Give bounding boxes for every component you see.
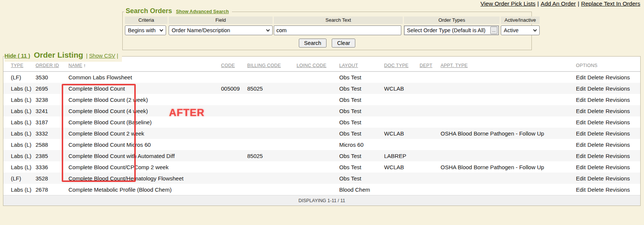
edit-link[interactable]: Edit [576, 74, 586, 80]
delete-link[interactable]: Delete [588, 142, 604, 148]
billing-code-cell [247, 173, 297, 184]
order-listing-title: Order Listing [34, 51, 83, 60]
criteria-header: Criteria [125, 16, 168, 24]
options-cell: EditDeleteRevisions [576, 72, 640, 83]
type-cell: Labs (L) [3, 139, 36, 150]
show-advanced-search-link[interactable]: Show Advanced Search [176, 9, 229, 14]
revisions-link[interactable]: Revisions [605, 97, 630, 103]
revisions-link[interactable]: Revisions [605, 108, 630, 114]
col-header-code[interactable]: CODE [221, 57, 247, 72]
criteria-select[interactable]: Begins with [125, 25, 166, 35]
field-select[interactable]: Order Name/Description [169, 25, 273, 35]
edit-link[interactable]: Edit [576, 175, 586, 182]
options-cell: EditDeleteRevisions [576, 173, 640, 184]
annotation-after-label: AFTER [169, 107, 205, 119]
search-text-input[interactable] [274, 25, 401, 35]
edit-link[interactable]: Edit [576, 164, 586, 170]
dept-cell [420, 173, 441, 184]
doc-type-cell: WCLAB [384, 128, 420, 139]
type-cell: Labs (L) [3, 161, 36, 173]
col-header-loinc-code[interactable]: LOINC CODE [297, 57, 339, 72]
hide-listing-link[interactable]: Hide ( 11 ) [4, 53, 30, 59]
table-row: (LF)3530Common Labs FlowsheetObs TestEdi… [3, 72, 640, 83]
delete-link[interactable]: Delete [588, 97, 604, 103]
order-types-header: Order Types [404, 16, 500, 24]
options-cell: EditDeleteRevisions [576, 83, 640, 94]
edit-link[interactable]: Edit [576, 142, 586, 148]
layout-cell: Obs Test [339, 72, 384, 83]
active-inactive-select[interactable]: Active [501, 25, 540, 35]
delete-link[interactable]: Delete [588, 130, 604, 137]
doc-type-cell [384, 139, 420, 150]
doc-type-cell [384, 184, 420, 195]
col-header-layout[interactable]: LAYOUT [339, 57, 384, 72]
search-text-header: Search Text [274, 16, 403, 24]
top-action-bar: View Order Pick Lists|Add An Order|Repla… [481, 0, 640, 7]
appt-type-cell: OSHA Blood Borne Pathogen - Follow Up [441, 128, 576, 139]
dept-cell [420, 83, 441, 94]
edit-link[interactable]: Edit [576, 153, 586, 159]
revisions-link[interactable]: Revisions [605, 175, 630, 182]
field-header: Field [169, 16, 273, 24]
billing-code-cell [247, 128, 297, 139]
type-cell: Labs (L) [3, 128, 36, 139]
doc-type-cell [384, 72, 420, 83]
col-header-dept[interactable]: DEPT [420, 57, 441, 72]
type-cell: Labs (L) [3, 116, 36, 128]
revisions-link[interactable]: Revisions [605, 130, 630, 137]
revisions-link[interactable]: Revisions [605, 85, 630, 92]
type-cell: Labs (L) [3, 150, 36, 161]
dept-cell [420, 161, 441, 173]
delete-link[interactable]: Delete [588, 119, 604, 125]
loinc-code-cell [297, 72, 339, 83]
edit-link[interactable]: Edit [576, 108, 586, 114]
doc-type-cell [384, 105, 420, 116]
col-header-billing-code[interactable]: BILLING CODE [247, 57, 297, 72]
col-header-doc-type[interactable]: DOC TYPE [384, 57, 420, 72]
options-cell: EditDeleteRevisions [576, 184, 640, 195]
revisions-link[interactable]: Revisions [605, 142, 630, 148]
revisions-link[interactable]: Revisions [605, 186, 630, 193]
delete-link[interactable]: Delete [588, 108, 604, 114]
billing-code-cell [247, 116, 297, 128]
edit-link[interactable]: Edit [576, 119, 586, 125]
edit-link[interactable]: Edit [576, 85, 586, 92]
delete-link[interactable]: Delete [588, 186, 604, 193]
clear-button[interactable]: Clear [332, 39, 355, 48]
add-an-order-link[interactable]: Add An Order [541, 0, 576, 7]
type-cell: (LF) [3, 173, 36, 184]
code-cell [221, 116, 247, 128]
delete-link[interactable]: Delete [588, 175, 604, 182]
loinc-code-cell [297, 128, 339, 139]
revisions-link[interactable]: Revisions [605, 164, 630, 170]
dept-cell [420, 139, 441, 150]
revisions-link[interactable]: Revisions [605, 153, 630, 159]
search-button[interactable]: Search [299, 39, 326, 48]
col-header-appt-type[interactable]: APPT. TYPE [441, 57, 576, 72]
edit-link[interactable]: Edit [576, 130, 586, 137]
layout-cell: Obs Test [339, 116, 384, 128]
type-cell: Labs (L) [3, 94, 36, 105]
revisions-link[interactable]: Revisions [605, 119, 630, 125]
billing-code-cell [247, 94, 297, 105]
replace-text-in-orders-link[interactable]: Replace Text In Orders [581, 0, 640, 7]
delete-link[interactable]: Delete [588, 85, 604, 92]
options-cell: EditDeleteRevisions [576, 161, 640, 173]
options-cell: EditDeleteRevisions [576, 150, 640, 161]
field-select-value: Order Name/Description [172, 27, 230, 33]
active-inactive-value: Active [504, 27, 519, 33]
doc-type-cell: LABREP [384, 150, 420, 161]
chevron-down-icon [266, 28, 270, 32]
delete-link[interactable]: Delete [588, 164, 604, 170]
edit-link[interactable]: Edit [576, 186, 586, 193]
code-cell [221, 94, 247, 105]
revisions-link[interactable]: Revisions [605, 74, 630, 80]
order-id-cell: 2678 [36, 184, 68, 195]
edit-link[interactable]: Edit [576, 97, 586, 103]
order-type-browse-button[interactable]: ... [490, 27, 497, 34]
view-order-pick-lists-link[interactable]: View Order Pick Lists [481, 0, 536, 7]
delete-link[interactable]: Delete [588, 153, 604, 159]
show-csv-link[interactable]: Show CSV [89, 53, 115, 59]
delete-link[interactable]: Delete [588, 74, 604, 80]
order-type-picker[interactable]: Select Order Type (Default is All) ... [404, 25, 499, 35]
